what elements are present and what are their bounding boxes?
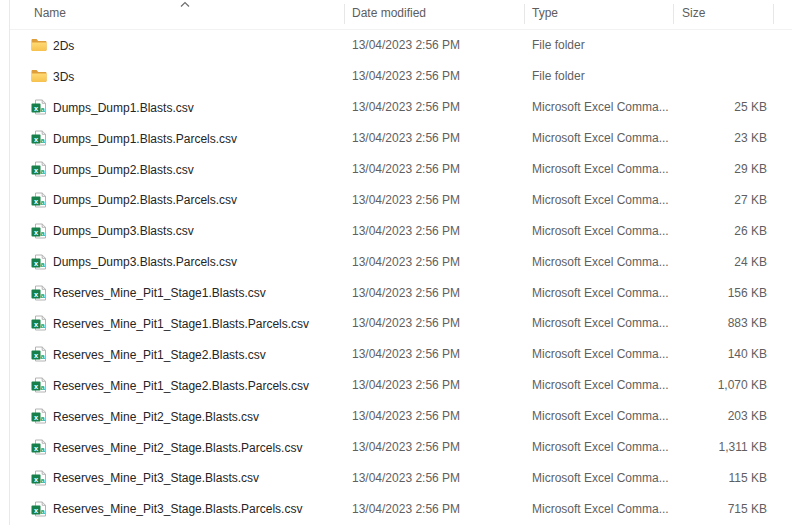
file-size: 26 KB bbox=[643, 224, 767, 238]
file-row[interactable]: 2Ds 13/04/2023 2:56 PM File folder bbox=[10, 30, 792, 61]
file-row[interactable]: a x Dumps_Dump2.Blasts.csv 13/04/2023 2:… bbox=[10, 154, 792, 185]
excel-csv-file-icon: a x bbox=[31, 377, 47, 393]
file-row[interactable]: a x Reserves_Mine_Pit2_Stage.Blasts.Parc… bbox=[10, 432, 792, 463]
file-size: 23 KB bbox=[643, 131, 767, 145]
file-date-modified: 13/04/2023 2:56 PM bbox=[352, 38, 460, 52]
file-size: 140 KB bbox=[643, 347, 767, 361]
file-size: 715 KB bbox=[643, 502, 767, 516]
sort-ascending-icon bbox=[180, 1, 190, 8]
file-row[interactable]: a x Reserves_Mine_Pit3_Stage.Blasts.csv … bbox=[10, 462, 792, 493]
excel-csv-file-icon: a x bbox=[31, 501, 47, 517]
file-size: 203 KB bbox=[643, 409, 767, 423]
column-resize-handle[interactable] bbox=[524, 4, 525, 24]
file-name: Dumps_Dump3.Blasts.csv bbox=[53, 223, 194, 238]
file-size: 27 KB bbox=[643, 193, 767, 207]
file-type: File folder bbox=[532, 69, 585, 83]
file-name-cell: a x Dumps_Dump2.Blasts.Parcels.csv bbox=[31, 192, 237, 208]
file-row[interactable]: a x Dumps_Dump1.Blasts.csv 13/04/2023 2:… bbox=[10, 92, 792, 123]
file-row[interactable]: a x Reserves_Mine_Pit1_Stage2.Blasts.csv… bbox=[10, 339, 792, 370]
column-resize-handle[interactable] bbox=[673, 4, 674, 24]
file-name: Reserves_Mine_Pit1_Stage2.Blasts.Parcels… bbox=[53, 378, 309, 393]
file-size: 29 KB bbox=[643, 162, 767, 176]
file-name: Reserves_Mine_Pit2_Stage.Blasts.csv bbox=[53, 409, 259, 424]
file-name: Reserves_Mine_Pit3_Stage.Blasts.csv bbox=[53, 470, 259, 485]
file-name-cell: a x Dumps_Dump3.Blasts.csv bbox=[31, 223, 194, 239]
file-date-modified: 13/04/2023 2:56 PM bbox=[352, 69, 460, 83]
file-size: 25 KB bbox=[643, 100, 767, 114]
file-name: Dumps_Dump2.Blasts.Parcels.csv bbox=[53, 192, 237, 207]
file-name-cell: a x Reserves_Mine_Pit1_Stage1.Blasts.Par… bbox=[31, 315, 309, 331]
file-row[interactable]: a x Dumps_Dump3.Blasts.Parcels.csv 13/04… bbox=[10, 246, 792, 277]
file-date-modified: 13/04/2023 2:56 PM bbox=[352, 162, 460, 176]
file-date-modified: 13/04/2023 2:56 PM bbox=[352, 471, 460, 485]
file-size: 1,070 KB bbox=[643, 378, 767, 392]
excel-csv-file-icon: a x bbox=[31, 408, 47, 424]
file-date-modified: 13/04/2023 2:56 PM bbox=[352, 502, 460, 516]
excel-csv-file-icon: a x bbox=[31, 439, 47, 455]
file-name: 3Ds bbox=[53, 69, 74, 84]
file-name-cell: a x Reserves_Mine_Pit1_Stage2.Blasts.csv bbox=[31, 346, 266, 362]
file-name: Reserves_Mine_Pit3_Stage.Blasts.Parcels.… bbox=[53, 501, 302, 516]
file-row[interactable]: a x Reserves_Mine_Pit3_Stage.Blasts.Parc… bbox=[10, 493, 792, 524]
file-date-modified: 13/04/2023 2:56 PM bbox=[352, 440, 460, 454]
file-name-cell: 2Ds bbox=[31, 37, 74, 53]
file-date-modified: 13/04/2023 2:56 PM bbox=[352, 316, 460, 330]
file-row[interactable]: a x Reserves_Mine_Pit1_Stage2.Blasts.Par… bbox=[10, 370, 792, 401]
excel-csv-file-icon: a x bbox=[31, 346, 47, 362]
file-name-cell: a x Dumps_Dump2.Blasts.csv bbox=[31, 161, 194, 177]
excel-csv-file-icon: a x bbox=[31, 285, 47, 301]
excel-csv-file-icon: a x bbox=[31, 223, 47, 239]
file-type: File folder bbox=[532, 38, 585, 52]
file-name-cell: a x Reserves_Mine_Pit2_Stage.Blasts.csv bbox=[31, 408, 259, 424]
file-date-modified: 13/04/2023 2:56 PM bbox=[352, 193, 460, 207]
file-name: Dumps_Dump1.Blasts.csv bbox=[53, 100, 194, 115]
file-row[interactable]: 3Ds 13/04/2023 2:56 PM File folder bbox=[10, 61, 792, 92]
column-header-type[interactable]: Type bbox=[532, 6, 558, 20]
excel-csv-file-icon: a x bbox=[31, 315, 47, 331]
file-name: Reserves_Mine_Pit1_Stage1.Blasts.csv bbox=[53, 285, 266, 300]
file-name-cell: a x Dumps_Dump1.Blasts.csv bbox=[31, 99, 194, 115]
file-name: Reserves_Mine_Pit1_Stage2.Blasts.csv bbox=[53, 347, 266, 362]
excel-csv-file-icon: a x bbox=[31, 254, 47, 270]
file-name-cell: a x Dumps_Dump3.Blasts.Parcels.csv bbox=[31, 254, 237, 270]
file-name-cell: a x Reserves_Mine_Pit1_Stage1.Blasts.csv bbox=[31, 285, 266, 301]
file-row[interactable]: a x Reserves_Mine_Pit1_Stage1.Blasts.csv… bbox=[10, 277, 792, 308]
file-name-cell: a x Reserves_Mine_Pit3_Stage.Blasts.csv bbox=[31, 470, 259, 486]
file-date-modified: 13/04/2023 2:56 PM bbox=[352, 224, 460, 238]
column-header-row: Name Date modified Type Size bbox=[10, 0, 792, 30]
file-row[interactable]: a x Dumps_Dump3.Blasts.csv 13/04/2023 2:… bbox=[10, 215, 792, 246]
column-resize-handle[interactable] bbox=[344, 4, 345, 24]
file-name: Dumps_Dump1.Blasts.Parcels.csv bbox=[53, 131, 237, 146]
file-explorer-pane: Name Date modified Type Size 2Ds 13/04/2… bbox=[0, 0, 792, 525]
file-name-cell: 3Ds bbox=[31, 68, 74, 84]
file-name: Reserves_Mine_Pit1_Stage1.Blasts.Parcels… bbox=[53, 316, 309, 331]
excel-csv-file-icon: a x bbox=[31, 130, 47, 146]
file-size: 883 KB bbox=[643, 316, 767, 330]
file-size: 24 KB bbox=[643, 255, 767, 269]
file-date-modified: 13/04/2023 2:56 PM bbox=[352, 378, 460, 392]
file-date-modified: 13/04/2023 2:56 PM bbox=[352, 131, 460, 145]
file-date-modified: 13/04/2023 2:56 PM bbox=[352, 409, 460, 423]
file-name-cell: a x Reserves_Mine_Pit3_Stage.Blasts.Parc… bbox=[31, 501, 302, 517]
column-header-name[interactable]: Name bbox=[34, 6, 66, 20]
folder-icon bbox=[31, 68, 47, 84]
file-date-modified: 13/04/2023 2:56 PM bbox=[352, 100, 460, 114]
excel-csv-file-icon: a x bbox=[31, 99, 47, 115]
file-row[interactable]: a x Reserves_Mine_Pit2_Stage.Blasts.csv … bbox=[10, 401, 792, 432]
file-row[interactable]: a x Reserves_Mine_Pit1_Stage1.Blasts.Par… bbox=[10, 308, 792, 339]
column-header-date-modified[interactable]: Date modified bbox=[352, 6, 426, 20]
file-size: 115 KB bbox=[643, 471, 767, 485]
file-name-cell: a x Reserves_Mine_Pit2_Stage.Blasts.Parc… bbox=[31, 439, 302, 455]
file-name: Dumps_Dump2.Blasts.csv bbox=[53, 162, 194, 177]
file-size: 1,311 KB bbox=[643, 440, 767, 454]
excel-csv-file-icon: a x bbox=[31, 470, 47, 486]
column-resize-handle[interactable] bbox=[773, 4, 774, 24]
file-list: 2Ds 13/04/2023 2:56 PM File folder 3Ds 1… bbox=[10, 30, 792, 525]
file-row[interactable]: a x Dumps_Dump2.Blasts.Parcels.csv 13/04… bbox=[10, 184, 792, 215]
file-name: Reserves_Mine_Pit2_Stage.Blasts.Parcels.… bbox=[53, 440, 302, 455]
file-date-modified: 13/04/2023 2:56 PM bbox=[352, 255, 460, 269]
file-name: Dumps_Dump3.Blasts.Parcels.csv bbox=[53, 254, 237, 269]
column-header-size[interactable]: Size bbox=[682, 6, 705, 20]
file-name-cell: a x Dumps_Dump1.Blasts.Parcels.csv bbox=[31, 130, 237, 146]
file-row[interactable]: a x Dumps_Dump1.Blasts.Parcels.csv 13/04… bbox=[10, 123, 792, 154]
